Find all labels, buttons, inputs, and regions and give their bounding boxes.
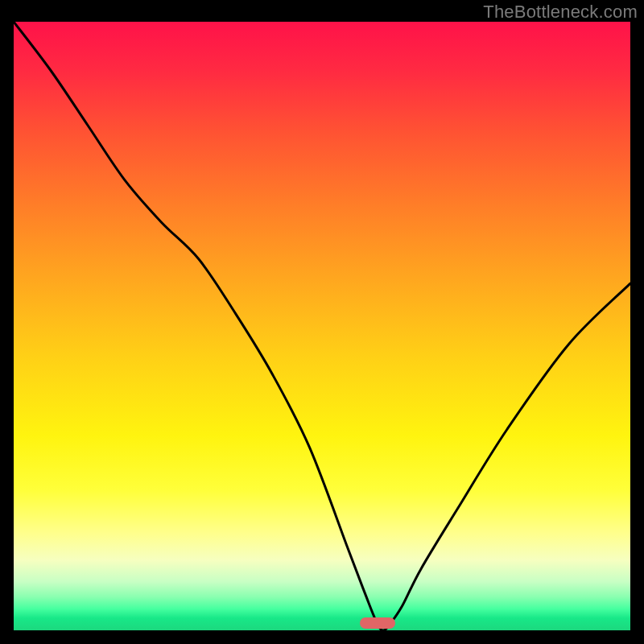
bottleneck-curve xyxy=(14,22,630,630)
chart-frame: TheBottleneck.com xyxy=(0,0,644,644)
plot-area xyxy=(14,22,630,630)
watermark-text: TheBottleneck.com xyxy=(483,2,638,23)
optimal-marker xyxy=(360,617,395,629)
